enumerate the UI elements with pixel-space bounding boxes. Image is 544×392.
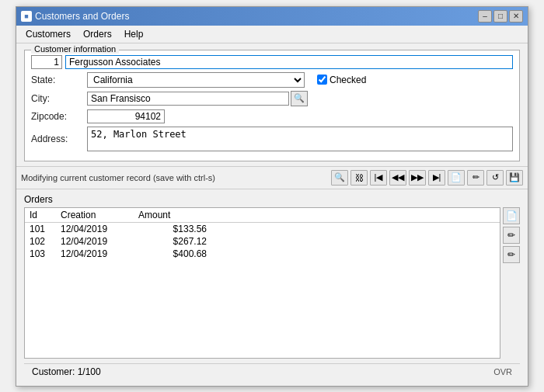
order-extra-cell [211,222,500,235]
title-bar: ■ Customers and Orders – □ ✕ [16,7,528,26]
table-row[interactable]: 103 12/04/2019 $400.68 [25,248,500,260]
toolbar-edit-button[interactable]: ✏ [467,170,484,186]
toolbar-save-button[interactable]: 💾 [506,170,523,186]
order-amount-cell: $267.12 [134,235,211,248]
customer-info-group: Customer information State: California A… [24,50,520,161]
order-amount-cell: $133.56 [134,222,211,235]
toolbar-search-button[interactable]: 🔍 [331,170,348,186]
table-row[interactable]: 101 12/04/2019 $133.56 [25,222,500,235]
content-area: Customer information State: California A… [16,43,528,386]
status-left: Customer: 1/100 [32,366,101,377]
order-amount-cell: $400.68 [134,248,211,260]
zipcode-row: Zipcode: [31,109,513,123]
menubar: Customers Orders Help [16,26,528,43]
state-label: State: [31,75,87,85]
orders-container: Id Creation Amount 101 12/04/2019 $133.5… [24,207,520,359]
toolbar-prev-button[interactable]: ◀◀ [389,170,406,186]
order-new-button[interactable]: 📄 [503,207,520,224]
address-row: Address: [31,127,513,151]
col-header-creation: Creation [56,208,134,223]
toolbar-share-button[interactable]: ⛓ [350,170,368,186]
toolbar-first-button[interactable]: |◀ [370,170,387,186]
orders-table-wrap: Id Creation Amount 101 12/04/2019 $133.5… [24,207,500,359]
col-header-extra [211,208,500,223]
toolbar-new-button[interactable]: 📄 [448,170,465,186]
zipcode-field[interactable] [87,109,165,123]
city-search-button[interactable]: 🔍 [291,91,308,106]
order-creation-cell: 12/04/2019 [56,222,134,235]
customer-id-field[interactable] [31,55,62,69]
address-label: Address: [31,134,87,144]
id-name-row [31,55,513,69]
state-row: State: California Alabama Alaska Colorad… [31,72,513,88]
app-icon: ■ [21,11,32,22]
status-right: OVR [493,367,512,376]
city-field[interactable] [87,92,289,106]
toolbar-last-button[interactable]: ▶| [428,170,445,186]
checked-checkbox[interactable] [317,75,327,85]
city-row: City: 🔍 [31,91,513,106]
toolbar-refresh-button[interactable]: ↺ [486,170,504,186]
zipcode-label: Zipcode: [31,111,87,122]
order-extra-cell [211,235,500,248]
city-label: City: [31,93,87,104]
order-creation-cell: 12/04/2019 [56,235,134,248]
address-field[interactable] [87,127,513,151]
order-id-cell: 102 [25,235,56,248]
main-window: ■ Customers and Orders – □ ✕ Customers O… [16,6,528,387]
order-edit-button[interactable]: ✏ [503,227,520,244]
toolbar-status: Modifying current customer record (save … [21,173,324,182]
order-id-cell: 101 [25,222,56,235]
title-bar-left: ■ Customers and Orders [21,11,129,22]
toolbar-next-button[interactable]: ▶▶ [409,170,426,186]
order-extra-cell [211,248,500,260]
customer-info-label: Customer information [31,44,119,54]
menu-help[interactable]: Help [118,27,150,41]
maximize-button[interactable]: □ [493,10,507,23]
order-id-cell: 103 [25,248,56,260]
menu-orders[interactable]: Orders [77,27,118,41]
minimize-button[interactable]: – [478,10,492,23]
order-delete-button[interactable]: ✏ [503,246,520,263]
menu-customers[interactable]: Customers [19,27,77,41]
title-controls: – □ ✕ [478,10,523,23]
close-button[interactable]: ✕ [509,10,523,23]
checked-label: Checked [330,75,366,85]
window-title: Customers and Orders [35,11,129,22]
orders-label: Orders [24,194,520,205]
checked-wrap: Checked [317,75,366,85]
orders-section: Orders Id Creation Amount [24,194,520,359]
state-select[interactable]: California Alabama Alaska Colorado Flori… [87,72,305,88]
toolbar: Modifying current customer record (save … [16,166,528,189]
table-row[interactable]: 102 12/04/2019 $267.12 [25,235,500,248]
orders-side-buttons: 📄 ✏ ✏ [503,207,520,359]
customer-name-field[interactable] [65,55,513,69]
status-bar: Customer: 1/100 OVR [24,363,520,380]
col-header-id: Id [25,208,56,223]
order-creation-cell: 12/04/2019 [56,248,134,260]
col-header-amount: Amount [134,208,211,223]
orders-table: Id Creation Amount 101 12/04/2019 $133.5… [25,208,500,260]
